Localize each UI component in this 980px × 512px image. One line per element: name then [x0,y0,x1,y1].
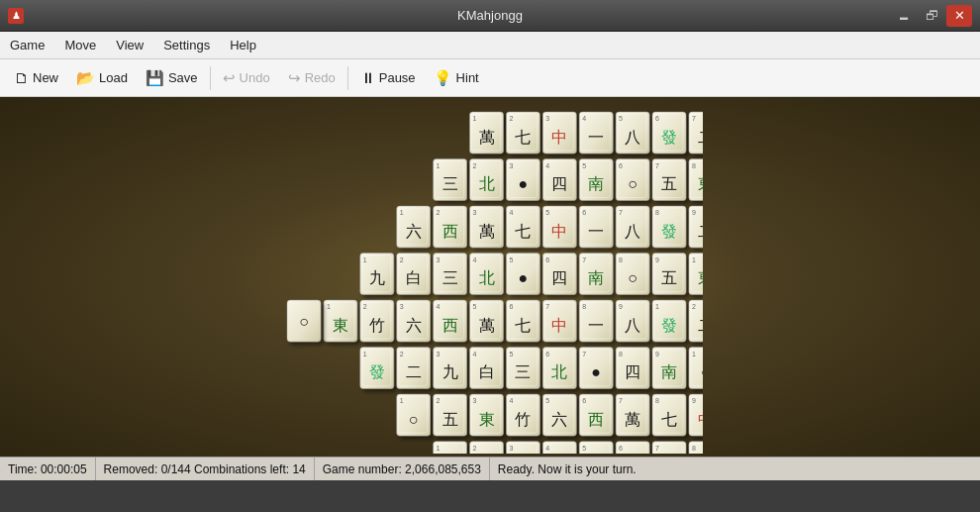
menu-settings[interactable]: Settings [153,32,220,58]
removed-label: Removed: 0/144 Combinations left: 14 [104,462,306,476]
svg-text:西: 西 [588,411,604,428]
svg-text:○: ○ [409,411,419,428]
svg-text:●: ● [519,175,529,192]
svg-text:2: 2 [400,351,404,358]
titlebar-left: ♟ [8,8,24,24]
svg-text:一: 一 [588,129,604,146]
svg-text:白: 白 [479,363,495,380]
status-game-number: Game number: 2,066,085,653 [315,458,490,480]
svg-text:3: 3 [437,351,441,358]
svg-text:9: 9 [619,303,623,310]
svg-text:9: 9 [655,256,659,263]
svg-text:1: 1 [437,445,441,452]
svg-text:西: 西 [442,223,458,240]
game-area: /* Mahjong board layout - turtle/pyramid… [0,97,980,457]
undo-label: Undo [240,70,270,85]
menu-help[interactable]: Help [220,32,266,58]
svg-text:中: 中 [551,129,567,146]
hint-button[interactable]: 💡 Hint [426,65,487,91]
svg-text:8: 8 [655,209,659,216]
svg-text:4: 4 [545,162,549,169]
svg-text:中: 中 [551,223,567,240]
redo-button[interactable]: ↪ Redo [280,65,343,91]
svg-text:南: 南 [661,363,677,380]
svg-text:7: 7 [655,162,659,169]
menu-move[interactable]: Move [54,32,106,58]
svg-text:發: 發 [661,129,677,146]
svg-text:東: 東 [698,269,703,286]
svg-text:2: 2 [692,303,696,310]
new-button[interactable]: 🗋 New [6,65,66,90]
save-button[interactable]: 💾 Save [138,65,206,91]
svg-text:6: 6 [619,162,623,169]
svg-text:6: 6 [619,445,623,452]
svg-text:5: 5 [582,445,586,452]
svg-text:竹: 竹 [515,411,531,428]
svg-text:1: 1 [400,397,404,404]
svg-text:5: 5 [473,303,477,310]
svg-text:萬: 萬 [625,411,640,428]
svg-text:四: 四 [551,269,567,286]
svg-text:2: 2 [363,303,367,310]
svg-text:6: 6 [582,397,586,404]
game-number-label: Game number: 2,066,085,653 [323,462,481,476]
minimize-button[interactable]: 🗕 [891,5,917,27]
svg-text:南: 南 [588,175,604,192]
maximize-button[interactable]: 🗗 [919,5,944,27]
svg-text:七: 七 [661,411,677,428]
svg-text:2: 2 [473,162,477,169]
svg-text:7: 7 [655,445,659,452]
redo-icon: ↪ [288,69,301,87]
svg-text:○: ○ [628,175,637,192]
svg-text:六: 六 [551,411,567,428]
svg-text:中: 中 [551,317,567,334]
svg-text:8: 8 [619,351,623,358]
svg-text:1: 1 [363,351,367,358]
svg-text:3: 3 [437,256,441,263]
separator-1 [210,66,211,90]
menu-view[interactable]: View [106,32,153,58]
pause-icon: ⏸ [360,69,375,86]
svg-text:8: 8 [619,256,623,263]
svg-text:一: 一 [588,317,604,334]
window-title: KMahjongg [0,8,980,23]
svg-text:3: 3 [400,303,404,310]
svg-text:七: 七 [515,317,531,334]
hint-icon: 💡 [434,69,452,87]
svg-text:萬: 萬 [479,129,495,146]
svg-text:萬: 萬 [479,317,495,334]
svg-text:5: 5 [509,351,513,358]
svg-text:六: 六 [406,223,422,240]
undo-icon: ↩ [223,69,236,87]
menu-game[interactable]: Game [0,32,54,58]
svg-text:6: 6 [545,256,549,263]
save-icon: 💾 [146,69,164,87]
svg-text:三: 三 [442,175,458,192]
svg-text:二: 二 [698,317,703,334]
svg-text:●: ● [519,269,529,286]
separator-2 [347,66,348,90]
svg-text:○: ○ [628,269,637,286]
svg-text:八: 八 [625,129,640,146]
load-icon: 📂 [76,69,95,87]
svg-text:二: 二 [406,363,422,380]
mahjong-board[interactable]: /* Mahjong board layout - turtle/pyramid… [277,107,703,454]
svg-text:6: 6 [509,303,513,310]
svg-text:中: 中 [698,411,703,428]
svg-text:八: 八 [625,317,640,334]
svg-text:1: 1 [363,256,367,263]
svg-text:五: 五 [661,175,677,192]
svg-text:7: 7 [582,256,586,263]
load-button[interactable]: 📂 Load [68,65,136,91]
close-button[interactable]: ✕ [946,5,972,27]
pause-label: Pause [379,70,416,85]
svg-text:6: 6 [545,351,549,358]
svg-text:5: 5 [619,115,623,122]
svg-text:3: 3 [509,162,513,169]
undo-button[interactable]: ↩ Undo [215,65,278,91]
pause-button[interactable]: ⏸ Pause [352,65,424,90]
svg-text:白: 白 [406,269,422,286]
svg-text:8: 8 [692,162,696,169]
svg-text:竹: 竹 [369,317,385,334]
svg-text:七: 七 [515,223,531,240]
